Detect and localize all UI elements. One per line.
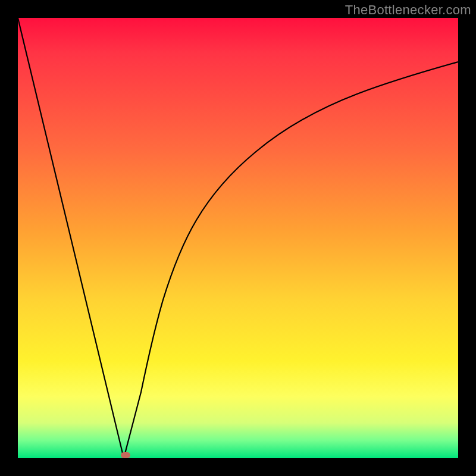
chart-frame: TheBottlenecker.com bbox=[0, 0, 476, 476]
left-line-path bbox=[18, 18, 124, 458]
optimum-marker bbox=[121, 452, 130, 458]
bottleneck-curve bbox=[18, 18, 458, 458]
plot-area bbox=[18, 18, 458, 458]
watermark-text: TheBottlenecker.com bbox=[345, 2, 471, 18]
right-curve-path bbox=[124, 62, 458, 458]
